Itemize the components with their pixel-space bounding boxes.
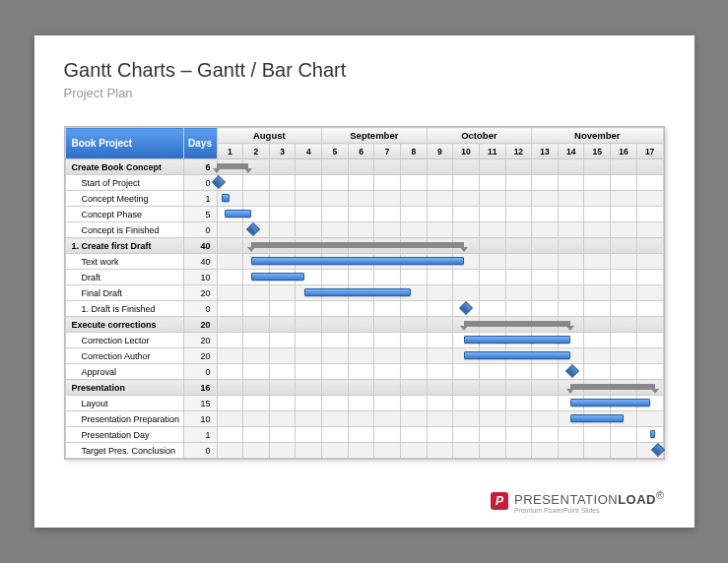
grid-cell xyxy=(636,159,663,175)
day-head: 1 xyxy=(217,144,243,159)
gantt-row: Presentation Preparation10 xyxy=(65,411,663,427)
grid-cell xyxy=(217,238,243,254)
grid-cell xyxy=(505,238,532,254)
grid-cell xyxy=(558,191,584,207)
gantt-row: Target Pres. Conclusion0 xyxy=(65,443,663,459)
grid-cell xyxy=(453,270,480,285)
grid-cell xyxy=(479,396,505,411)
day-head: 9 xyxy=(427,144,453,159)
grid-cell xyxy=(374,159,401,175)
month-head: September xyxy=(322,128,428,144)
grid-cell xyxy=(636,238,663,254)
grid-cell xyxy=(532,443,559,459)
grid-cell xyxy=(558,317,584,333)
grid-cell xyxy=(479,175,505,191)
grid-cell xyxy=(374,301,401,317)
grid-cell xyxy=(532,301,559,317)
grid-cell xyxy=(636,222,663,238)
task-name: Layout xyxy=(65,396,183,411)
grid-cell xyxy=(427,427,453,443)
grid-cell xyxy=(505,301,532,317)
gantt-row: Correction Lector20 xyxy=(65,333,663,348)
day-head: 3 xyxy=(269,144,296,159)
grid-cell xyxy=(427,254,453,270)
task-name: Correction Lector xyxy=(65,333,183,348)
gantt-row: Start of Project0 xyxy=(65,175,663,191)
gantt-chart: Book Project DaysAugustSeptemberOctoberN… xyxy=(64,126,665,460)
grid-cell xyxy=(505,222,532,238)
grid-cell xyxy=(322,254,349,270)
grid-cell xyxy=(584,254,611,270)
grid-cell xyxy=(322,238,349,254)
grid-cell xyxy=(348,411,374,427)
grid-cell xyxy=(348,443,374,459)
grid-cell xyxy=(636,317,663,333)
grid-cell xyxy=(479,285,505,301)
grid-cell xyxy=(453,317,480,333)
grid-cell xyxy=(584,427,611,443)
grid-cell xyxy=(296,364,322,380)
grid-cell xyxy=(269,270,296,285)
grid-cell xyxy=(584,443,611,459)
grid-cell xyxy=(427,285,453,301)
day-head: 7 xyxy=(374,144,401,159)
task-name: Concept is Finished xyxy=(65,222,183,238)
grid-cell xyxy=(558,411,584,427)
month-head: October xyxy=(427,128,532,144)
grid-cell xyxy=(217,159,243,175)
grid-cell xyxy=(427,191,453,207)
grid-cell xyxy=(269,364,296,380)
grid-cell xyxy=(453,427,480,443)
col-head-days: Days xyxy=(183,128,217,159)
grid-cell xyxy=(322,427,349,443)
grid-cell xyxy=(636,207,663,222)
grid-cell xyxy=(611,238,637,254)
grid-cell xyxy=(532,159,559,175)
grid-cell xyxy=(296,411,322,427)
grid-cell xyxy=(322,159,349,175)
task-name: 1. Create first Draft xyxy=(65,238,183,254)
grid-cell xyxy=(611,175,637,191)
task-name: Draft xyxy=(65,270,183,285)
grid-cell xyxy=(636,270,663,285)
grid-cell xyxy=(400,317,427,333)
grid-cell xyxy=(400,238,427,254)
task-days: 20 xyxy=(183,317,217,333)
grid-cell xyxy=(558,301,584,317)
grid-cell xyxy=(611,317,637,333)
grid-cell xyxy=(400,301,427,317)
grid-cell xyxy=(453,411,480,427)
grid-cell xyxy=(217,191,243,207)
grid-cell xyxy=(532,191,559,207)
grid-cell xyxy=(269,301,296,317)
grid-cell xyxy=(217,285,243,301)
grid-cell xyxy=(322,222,349,238)
grid-cell xyxy=(479,207,505,222)
task-name: Presentation Day xyxy=(65,427,183,443)
grid-cell xyxy=(348,396,374,411)
grid-cell xyxy=(269,380,296,396)
grid-cell xyxy=(453,191,480,207)
grid-cell xyxy=(217,222,243,238)
grid-cell xyxy=(296,159,322,175)
task-name: Correction Author xyxy=(65,348,183,364)
grid-cell xyxy=(243,159,270,175)
grid-cell xyxy=(558,254,584,270)
grid-cell xyxy=(584,285,611,301)
grid-cell xyxy=(427,222,453,238)
grid-cell xyxy=(558,348,584,364)
task-days: 20 xyxy=(183,285,217,301)
grid-cell xyxy=(243,396,270,411)
grid-cell xyxy=(217,333,243,348)
grid-cell xyxy=(217,175,243,191)
grid-cell xyxy=(348,285,374,301)
grid-cell xyxy=(374,396,401,411)
grid-cell xyxy=(296,222,322,238)
day-head: 13 xyxy=(532,144,559,159)
gantt-row: 1. Create first Draft40 xyxy=(65,238,663,254)
grid-cell xyxy=(296,285,322,301)
grid-cell xyxy=(453,364,480,380)
grid-cell xyxy=(322,411,349,427)
brand-reg: ® xyxy=(656,489,664,501)
grid-cell xyxy=(636,191,663,207)
